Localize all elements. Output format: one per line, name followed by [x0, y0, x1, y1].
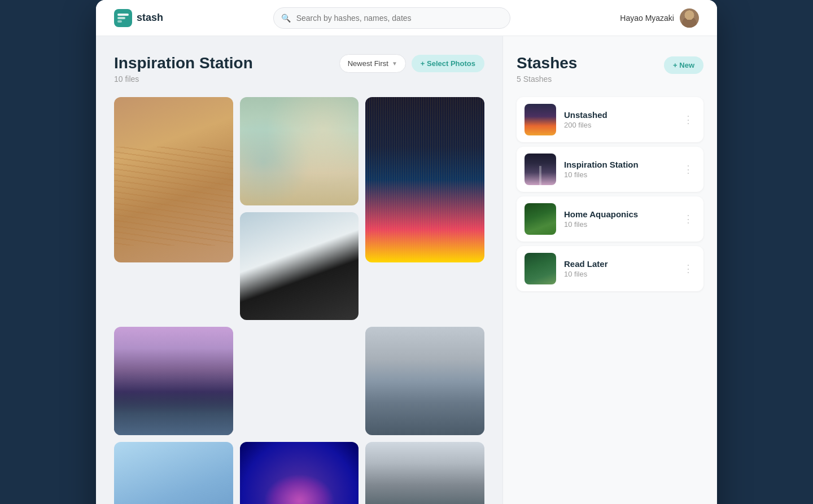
more-options-icon[interactable]: ⋮: [681, 211, 696, 227]
photo-cell[interactable]: [114, 442, 233, 504]
user-area: Hayao Myazaki: [620, 8, 699, 28]
stash-info: Unstashed 200 files: [564, 110, 673, 129]
right-panel: Stashes 5 Stashes + New Unstashed 200 fi…: [502, 36, 717, 504]
photo-cell[interactable]: [365, 327, 484, 435]
chevron-down-icon: ▼: [392, 60, 397, 67]
stash-files: 10 files: [564, 220, 673, 229]
stash-item[interactable]: Unstashed 200 files ⋮: [517, 97, 703, 142]
svg-rect-3: [117, 20, 122, 23]
stash-thumbnail: [524, 253, 556, 284]
sort-label: Newest First: [348, 59, 388, 68]
stash-item[interactable]: Home Aquaponics 10 files ⋮: [517, 196, 703, 242]
stash-info: Read Later 10 files: [564, 259, 673, 278]
panel-controls: Newest First ▼ + Select Photos: [339, 54, 484, 73]
stashes-title: Stashes: [517, 54, 577, 72]
stash-info: Inspiration Station 10 files: [564, 160, 673, 179]
more-options-icon[interactable]: ⋮: [681, 161, 696, 178]
photo-cell[interactable]: [365, 442, 484, 504]
stash-name: Unstashed: [564, 110, 673, 120]
stash-info: Home Aquaponics 10 files: [564, 209, 673, 229]
logo-area: stash: [114, 9, 163, 27]
main-content: Inspiration Station 10 files Newest Firs…: [96, 36, 717, 504]
stash-files: 200 files: [564, 121, 673, 129]
stash-thumbnail: [524, 203, 556, 235]
select-photos-button[interactable]: + Select Photos: [412, 55, 484, 72]
stashes-count: 5 Stashes: [517, 74, 577, 84]
photo-grid: [114, 97, 484, 504]
stash-item[interactable]: Inspiration Station 10 files ⋮: [517, 147, 703, 192]
gallery-file-count: 10 files: [114, 74, 253, 84]
new-stash-button[interactable]: + New: [664, 56, 703, 74]
photo-cell[interactable]: [114, 327, 233, 435]
stash-list: Unstashed 200 files ⋮ Inspiration Statio…: [517, 97, 703, 291]
logo-text: stash: [137, 12, 163, 24]
user-name: Hayao Myazaki: [620, 14, 674, 23]
search-icon: 🔍: [281, 14, 291, 23]
photo-cell[interactable]: [365, 97, 484, 262]
sort-dropdown[interactable]: Newest First ▼: [339, 54, 406, 73]
svg-rect-2: [117, 17, 125, 19]
stash-thumbnail: [524, 104, 556, 135]
photo-cell[interactable]: [114, 97, 233, 262]
stash-files: 10 files: [564, 170, 673, 179]
header: stash 🔍 Hayao Myazaki: [96, 0, 717, 36]
stash-item[interactable]: Read Later 10 files ⋮: [517, 246, 703, 291]
search-input[interactable]: [273, 7, 510, 29]
avatar[interactable]: [680, 8, 699, 28]
stash-name: Home Aquaponics: [564, 209, 673, 219]
photo-cell[interactable]: [240, 442, 359, 504]
left-panel: Inspiration Station 10 files Newest Firs…: [96, 36, 502, 504]
stash-name: Inspiration Station: [564, 160, 673, 169]
photo-cell[interactable]: [240, 97, 359, 205]
photo-cell[interactable]: [240, 212, 359, 321]
more-options-icon[interactable]: ⋮: [681, 111, 696, 128]
stash-files: 10 files: [564, 270, 673, 278]
app-window: stash 🔍 Hayao Myazaki Inspiration Statio…: [96, 0, 717, 504]
stashes-header: Stashes 5 Stashes + New: [517, 54, 703, 84]
panel-title-area: Inspiration Station 10 files: [114, 54, 253, 84]
svg-rect-1: [117, 14, 129, 16]
gallery-title: Inspiration Station: [114, 54, 253, 72]
logo-icon: [114, 9, 132, 27]
stashes-title-area: Stashes 5 Stashes: [517, 54, 577, 84]
stash-thumbnail: [524, 154, 556, 185]
panel-header: Inspiration Station 10 files Newest Firs…: [114, 54, 484, 84]
more-options-icon[interactable]: ⋮: [681, 260, 696, 277]
stash-name: Read Later: [564, 259, 673, 269]
search-bar[interactable]: 🔍: [273, 7, 510, 29]
